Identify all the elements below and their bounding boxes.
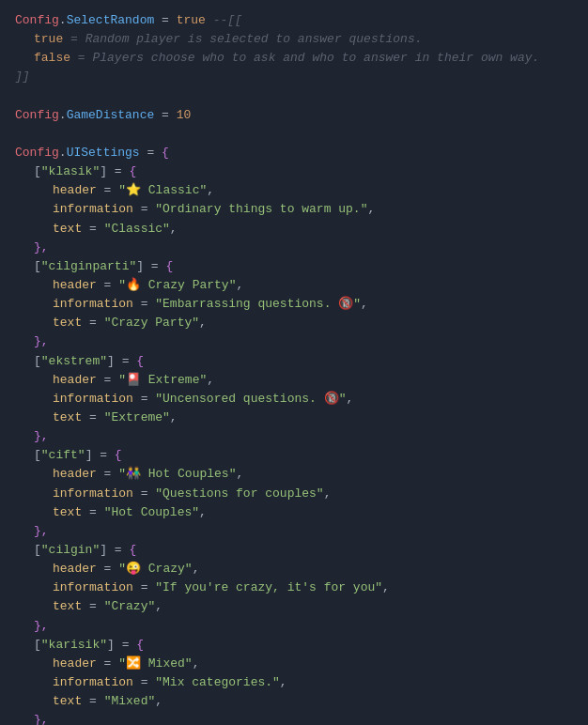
code-token: = [97,278,118,292]
code-token: "cift" [41,448,85,462]
code-token: . [59,108,67,122]
code-token: }, [34,334,49,348]
code-token: ]] [15,69,30,84]
code-token: = [82,410,103,424]
code-line: Config.SelectRandom = true --[[ [15,11,573,30]
code-line [15,87,573,106]
code-token: { [129,164,136,178]
code-token: }, [34,240,49,255]
code-token: text [53,316,82,330]
code-line: text = "Classic", [15,220,573,239]
code-line: ]] [15,68,573,86]
code-token: , [236,467,243,481]
code-token: ] [136,259,144,273]
code-token: text [53,505,82,519]
code-token: = [115,638,136,652]
code-token: = [82,222,103,236]
code-token [63,32,70,46]
code-token: , [155,599,162,613]
code-line: ["cift"] = { [15,446,573,465]
code-token: "🎴 Extreme" [118,373,207,387]
code-token: information [53,297,133,311]
code-line: ["klasik"] = { [15,162,573,181]
code-token: "⭐ Classic" [118,183,207,197]
code-token: , [193,562,200,576]
code-token: = [133,297,155,311]
code-token: Config [15,108,59,122]
code-token: false [34,51,70,65]
code-line: }, [15,617,573,636]
code-token: SelectRandom [67,13,155,27]
code-token: ] [107,638,115,652]
code-token: ] [100,164,107,178]
code-line: header = "👫 Hot Couples", [15,465,573,484]
code-line: Config.GameDistance = 10 [15,106,573,125]
code-token: , [346,392,353,406]
code-token: header [53,562,97,576]
code-token: = [82,599,103,613]
code-token: "Ordinary things to warm up." [155,202,367,216]
code-token: "karisik" [41,638,107,652]
code-token: = [133,486,155,501]
code-token: information [53,202,133,216]
code-token: information [53,486,133,501]
code-token: information [53,392,133,406]
code-token: , [207,373,214,387]
code-token: [ [34,259,41,273]
code-line: header = "🔥 Crazy Party", [15,276,573,295]
code-token: = [92,448,114,462]
code-token: "Hot Couples" [104,505,199,519]
code-line: information = "Ordinary things to warm u… [15,200,573,219]
code-token: information [53,675,133,689]
code-token: --[[ [213,13,242,27]
code-line: text = "Crazy Party", [15,314,573,332]
code-line: header = "🔀 Mixed", [15,655,573,673]
code-token: "cilgin" [41,543,100,557]
code-token: ] [107,354,115,368]
code-token: "Crazy Party" [104,316,199,330]
code-token: text [53,222,82,236]
code-token: , [155,694,162,708]
code-token: }, [34,713,49,725]
code-token: = [140,146,162,160]
code-token: = [97,656,118,671]
code-token: }, [34,429,49,443]
code-line: false = Players choose who to ask and wh… [15,49,573,68]
code-token: "Crazy" [104,599,156,613]
code-token: "Mix categories." [155,675,280,689]
code-token: = [133,392,155,406]
code-token: , [199,505,207,519]
code-token: = [107,543,129,557]
code-token: }, [34,524,49,538]
code-token: "Embarrassing questions. 🔞" [155,297,361,311]
code-token: , [170,410,178,424]
code-token: , [367,202,375,216]
code-token: , [199,316,207,330]
code-token: = [107,164,129,178]
code-token: [ [34,164,41,178]
code-line: information = "Embarrassing questions. 🔞… [15,295,573,314]
code-line: text = "Mixed", [15,692,573,711]
code-token: true [34,32,63,46]
code-token: "🔥 Crazy Party" [118,278,236,292]
code-token: text [53,410,82,424]
code-token: [ [34,448,41,462]
code-token: [ [34,543,41,557]
code-line: }, [15,332,573,351]
code-line: information = "Uncensored questions. 🔞", [15,390,573,409]
code-line: ["ekstrem"] = { [15,352,573,371]
code-token: = [133,580,155,594]
code-token: = [82,316,103,330]
code-token: Config [15,13,59,27]
code-token: , [170,222,178,236]
code-token: header [53,183,97,197]
code-token: header [53,278,97,292]
code-token: = [97,467,118,481]
code-line: Config.UISettings = { [15,144,573,162]
code-line: information = "If you're crazy, it's for… [15,578,573,597]
code-token: header [53,467,97,481]
code-token: "Questions for couples" [155,486,323,501]
code-token: "Extreme" [104,410,170,424]
code-token: = [97,183,118,197]
code-token: 10 [177,108,192,122]
